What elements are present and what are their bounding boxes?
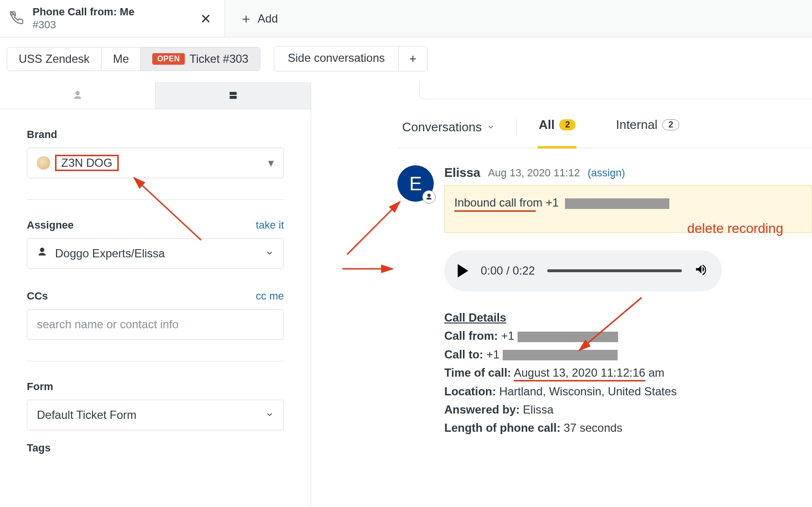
redacted-to <box>503 350 618 360</box>
tags-section: Tags <box>27 442 284 482</box>
audio-track[interactable] <box>547 269 682 272</box>
add-tab-label: Add <box>258 12 278 25</box>
tab-subtitle: #303 <box>33 19 135 31</box>
call-to-row: Call to: +1 <box>444 346 812 364</box>
side-conversations-group: Side conversations + <box>274 46 428 71</box>
breadcrumb-requester[interactable]: Me <box>102 47 141 70</box>
ccs-input[interactable]: search name or contact info <box>27 309 284 340</box>
conversation-item: E Elissa Aug 13, 2020 11:12 (assign) <box>397 165 812 438</box>
breadcrumb-group: USS Zendesk Me OPEN Ticket #303 <box>7 47 260 71</box>
conversations-dropdown[interactable]: Conversations <box>402 120 495 135</box>
delete-recording-link[interactable]: delete recording <box>687 221 783 236</box>
side-conversations-add[interactable]: + <box>399 46 427 71</box>
svg-rect-0 <box>230 92 237 95</box>
assignee-label: Assignee <box>27 219 74 231</box>
filter-tab-all[interactable]: All 2 <box>538 115 576 139</box>
call-details-title: Call Details <box>444 309 812 327</box>
add-tab-button[interactable]: ＋ Add <box>225 10 293 28</box>
ticket-tab[interactable]: Phone Call from: Me #303 ✕ <box>0 0 225 37</box>
author-avatar: E <box>397 165 434 202</box>
chevron-down-icon <box>265 408 274 422</box>
ccs-section: CCs cc me search name or contact info <box>27 290 284 361</box>
assignee-select[interactable]: Doggo Experts/Elissa <box>27 238 284 269</box>
ccs-label: CCs <box>27 290 48 302</box>
tags-label: Tags <box>27 442 284 454</box>
brand-section: Brand Z3N DOG ▾ <box>27 128 284 200</box>
brand-avatar-icon <box>37 156 50 170</box>
note-tail: from +1 <box>519 196 559 209</box>
author-initial: E <box>409 173 422 195</box>
assign-link[interactable]: (assign) <box>587 167 625 179</box>
form-label: Form <box>27 380 284 393</box>
svg-rect-1 <box>230 96 237 99</box>
call-time-row: Time of call: August 13, 2020 11:12:16 a… <box>444 364 812 382</box>
plus-icon: ＋ <box>239 10 253 28</box>
close-icon[interactable]: ✕ <box>200 11 211 26</box>
call-length-row: Length of phone call: 37 seconds <box>444 419 812 437</box>
form-value: Default Ticket Form <box>37 408 136 422</box>
redacted-number <box>565 198 669 209</box>
filter-all-count: 2 <box>559 119 575 130</box>
form-select[interactable]: Default Ticket Form <box>27 400 284 430</box>
take-it-link[interactable]: take it <box>256 219 284 231</box>
chevron-down-icon <box>265 247 274 260</box>
breadcrumb-ticket-label: Ticket #303 <box>190 52 248 66</box>
filter-tab-internal[interactable]: Internal 2 <box>615 115 680 139</box>
ticket-sidebar: Brand Z3N DOG ▾ Assignee take it <box>0 82 311 507</box>
sidebar-tab-context[interactable] <box>156 82 311 109</box>
filter-internal-count: 2 <box>662 119 679 130</box>
call-location-row: Location: Hartland, Wisconsin, United St… <box>444 382 812 401</box>
ticket-main: Conversations All 2 Internal 2 <box>311 82 812 507</box>
audio-player[interactable]: 0:00 / 0:22 <box>444 250 722 291</box>
chevron-down-icon: ▾ <box>268 156 274 170</box>
breadcrumb-org[interactable]: USS Zendesk <box>7 47 102 70</box>
note-lead: Inbound call <box>454 196 519 209</box>
brand-label: Brand <box>27 128 284 141</box>
breadcrumb-bar: USS Zendesk Me OPEN Ticket #303 Side con… <box>0 37 812 82</box>
call-answered-row: Answered by: Elissa <box>444 401 812 419</box>
sidebar-tab-customer[interactable] <box>0 82 156 109</box>
form-section: Form Default Ticket Form <box>27 380 284 442</box>
audio-time: 0:00 / 0:22 <box>481 264 535 277</box>
assignee-section: Assignee take it Doggo Experts/Elissa <box>27 219 284 290</box>
note-text: Inbound call from +1 <box>454 196 669 209</box>
ccs-placeholder: search name or contact info <box>37 318 179 331</box>
play-icon[interactable] <box>458 264 468 277</box>
user-icon <box>37 247 47 260</box>
chevron-down-icon <box>486 120 495 135</box>
call-details: Call Details Call from: +1 Call to: +1 T… <box>444 309 812 438</box>
assignee-value: Doggo Experts/Elissa <box>55 247 165 260</box>
phone-incoming-icon <box>10 11 24 27</box>
filter-all-label: All <box>539 117 554 132</box>
cc-me-link[interactable]: cc me <box>256 290 284 302</box>
brand-value: Z3N DOG <box>55 155 119 171</box>
divider <box>516 119 517 136</box>
author-name: Elissa <box>444 165 480 180</box>
user-badge-icon <box>422 190 436 204</box>
filter-internal-label: Internal <box>616 117 657 132</box>
tab-title: Phone Call from: Me <box>33 6 135 18</box>
status-badge: OPEN <box>152 53 184 65</box>
side-conversations-button[interactable]: Side conversations <box>274 46 399 71</box>
brand-select[interactable]: Z3N DOG ▾ <box>27 148 284 178</box>
call-from-row: Call from: +1 <box>444 327 812 345</box>
redacted-from <box>518 332 618 342</box>
volume-icon[interactable] <box>694 262 709 280</box>
conversation-filter-row: Conversations All 2 Internal 2 <box>397 115 812 148</box>
conversations-label: Conversations <box>402 120 482 135</box>
top-tab-bar: Phone Call from: Me #303 ✕ ＋ Add <box>0 0 812 37</box>
convo-date: Aug 13, 2020 11:12 <box>488 167 580 179</box>
breadcrumb-ticket[interactable]: OPEN Ticket #303 <box>141 47 260 70</box>
call-time-value: August 13, 2020 11:12:16 <box>514 366 645 381</box>
